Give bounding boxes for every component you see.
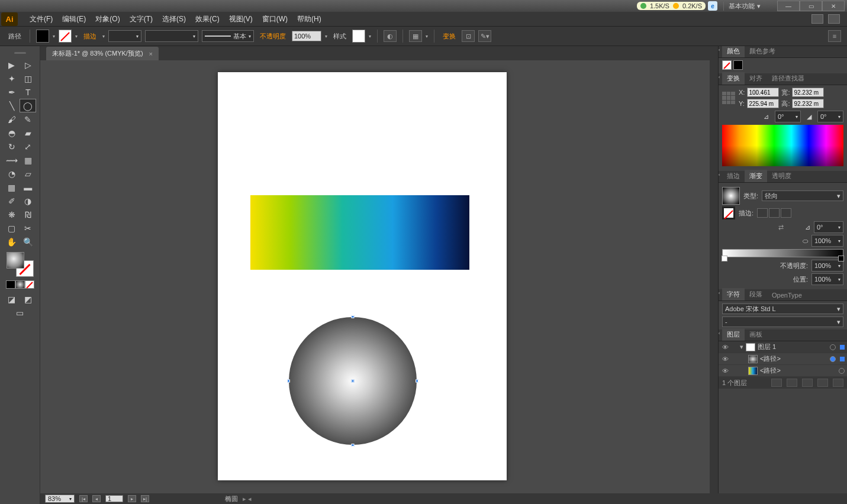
tab-gradient[interactable]: 渐变: [745, 170, 767, 182]
stroke-grad-btn-2[interactable]: [769, 208, 780, 218]
transform-label[interactable]: 变换: [440, 32, 458, 41]
opacity-label[interactable]: 不透明度: [257, 32, 288, 41]
font-family-dropdown[interactable]: Adobe 宋体 Std L▾: [722, 303, 843, 314]
anchor-right[interactable]: [416, 380, 418, 383]
menu-type[interactable]: 文字(T): [125, 12, 157, 26]
gradient-preview[interactable]: [722, 187, 740, 205]
graph-tool[interactable]: ₪: [20, 208, 37, 221]
gradient-angle-input[interactable]: 0°▾: [814, 221, 843, 233]
path-name[interactable]: <路径>: [760, 354, 781, 363]
make-clipping-btn[interactable]: [787, 379, 797, 387]
menu-file[interactable]: 文件(F): [25, 12, 57, 26]
tab-transparency[interactable]: 透明度: [767, 170, 796, 182]
menu-effect[interactable]: 效果(C): [191, 12, 224, 26]
gradient-ellipse[interactable]: [289, 317, 417, 445]
right-dock-strip[interactable]: [710, 46, 718, 504]
collapse-icon[interactable]: «: [718, 75, 720, 80]
last-artboard-btn[interactable]: ▸|: [141, 495, 149, 502]
align-icon[interactable]: ▦: [409, 30, 422, 42]
pen-tool[interactable]: ✒: [4, 85, 20, 99]
menu-help[interactable]: 帮助(H): [292, 12, 326, 26]
fill-swatch[interactable]: [36, 30, 49, 43]
recolor-icon[interactable]: ◐: [384, 30, 397, 42]
type-tool[interactable]: T: [20, 85, 37, 99]
brush-dropdown[interactable]: ▾: [145, 30, 198, 42]
gradient-ratio-input[interactable]: 100%▾: [811, 235, 843, 247]
doc-tab[interactable]: 未标题-1* @ 83% (CMYK/预览) ×: [46, 47, 159, 60]
edit-icon[interactable]: ✎▾: [478, 30, 491, 42]
app-logo[interactable]: Ai: [1, 12, 18, 26]
shear-input[interactable]: 0°▾: [817, 111, 843, 122]
color-fill-swatch[interactable]: [722, 60, 732, 70]
perspective-tool[interactable]: ▱: [20, 167, 37, 180]
menu-view[interactable]: 视图(V): [224, 12, 257, 26]
minimize-button[interactable]: —: [777, 1, 800, 11]
menu-object[interactable]: 对象(O): [91, 12, 124, 26]
tab-transform[interactable]: 变换: [722, 72, 745, 85]
stroke-label[interactable]: 描边: [81, 32, 99, 41]
gradient-stroke-swatch[interactable]: [722, 206, 735, 219]
new-sublayer-btn[interactable]: [802, 379, 813, 387]
rotate-tool[interactable]: ↻: [4, 140, 20, 153]
w-input[interactable]: [792, 88, 824, 97]
collapse-icon[interactable]: «: [718, 172, 720, 177]
stroke-grad-btn-3[interactable]: [781, 208, 791, 218]
reference-point-grid[interactable]: [722, 92, 735, 105]
scale-tool[interactable]: ⤢: [20, 140, 37, 153]
prev-artboard-btn[interactable]: ◂: [92, 495, 101, 502]
blend-tool[interactable]: ◑: [20, 194, 37, 208]
ellipse-tool[interactable]: ◯: [20, 99, 36, 112]
menu-select[interactable]: 选择(S): [157, 12, 191, 26]
font-style-dropdown[interactable]: -▾: [722, 316, 843, 327]
magic-wand-tool[interactable]: ✦: [4, 72, 20, 85]
slice-tool[interactable]: ✂: [20, 221, 37, 235]
symbol-sprayer-tool[interactable]: ❋: [4, 208, 20, 221]
eyedropper-tool[interactable]: ✐: [4, 194, 20, 208]
menu-window[interactable]: 窗口(W): [257, 12, 292, 26]
opacity-input[interactable]: [292, 31, 321, 41]
close-tab-icon[interactable]: ×: [149, 50, 153, 57]
zoom-dropdown[interactable]: 83%▾: [45, 495, 75, 503]
layer-name[interactable]: 图层 1: [758, 343, 776, 351]
tab-paragraph[interactable]: 段落: [745, 288, 767, 301]
tab-character[interactable]: 字符: [722, 288, 745, 301]
gradient-type-dropdown[interactable]: 径向▾: [762, 190, 843, 201]
delete-layer-btn[interactable]: [833, 379, 843, 387]
anchor-left[interactable]: [287, 380, 290, 383]
shape-builder-tool[interactable]: ◔: [4, 167, 20, 180]
tab-align[interactable]: 对齐: [745, 72, 767, 85]
anchor-bottom[interactable]: [352, 444, 355, 447]
artboard-nav-input[interactable]: [105, 495, 123, 502]
collapse-icon[interactable]: «: [718, 331, 720, 336]
next-artboard-btn[interactable]: ▸: [128, 495, 136, 502]
target-icon[interactable]: [830, 344, 836, 350]
layer-row[interactable]: 👁 <路径>: [719, 365, 847, 377]
tab-layers[interactable]: 图层: [722, 328, 745, 341]
direct-selection-tool[interactable]: ▷: [20, 58, 37, 72]
artboard-tool[interactable]: ▢: [4, 221, 20, 235]
tab-opentype[interactable]: OpenType: [767, 290, 807, 301]
draw-normal[interactable]: ◪: [4, 292, 20, 306]
y-input[interactable]: [747, 99, 779, 108]
color-spectrum[interactable]: [722, 125, 843, 166]
arrange-icon[interactable]: [828, 14, 840, 24]
reverse-grad-icon[interactable]: ⇄: [778, 224, 784, 231]
gradient-rectangle[interactable]: [250, 195, 469, 270]
menu-edit[interactable]: 编辑(E): [57, 12, 91, 26]
color-mode-btn[interactable]: [6, 280, 15, 289]
canvas[interactable]: 中 简 腾 。: [40, 60, 710, 504]
eraser-tool[interactable]: ▰: [20, 126, 37, 140]
new-layer-btn[interactable]: [817, 379, 828, 387]
locate-object-btn[interactable]: [771, 379, 782, 387]
blob-brush-tool[interactable]: ◓: [4, 126, 20, 140]
color-stroke-swatch[interactable]: [733, 60, 743, 70]
mesh-tool[interactable]: ▦: [4, 180, 20, 194]
anchor-top[interactable]: [352, 315, 355, 318]
close-button[interactable]: ✕: [822, 1, 845, 11]
workspace-switcher[interactable]: 基本功能 ▾: [723, 2, 765, 11]
screen-mode[interactable]: ▭: [12, 306, 28, 319]
gradient-stop-end[interactable]: [838, 256, 844, 261]
target-icon[interactable]: [830, 356, 836, 362]
path-name[interactable]: <路径>: [760, 366, 781, 375]
stroke-swatch[interactable]: [59, 30, 72, 43]
